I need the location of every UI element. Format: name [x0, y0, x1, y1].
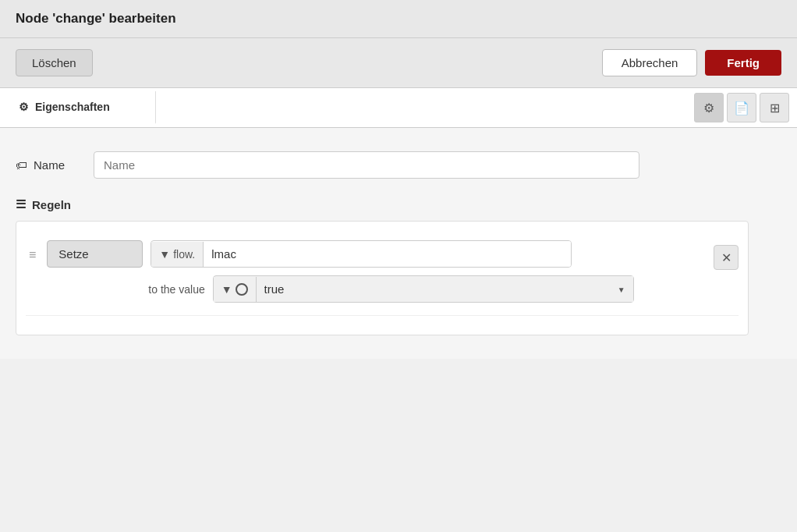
action-select[interactable]: Setze Ändere Lösche Verschiebe	[47, 240, 143, 268]
name-label-text: Name	[34, 158, 65, 172]
flow-prefix-btn[interactable]: ▼ flow.	[151, 242, 204, 267]
list-icon: ☰	[16, 197, 26, 211]
value-input-wrapper: ▼ true false null string ▼	[213, 275, 634, 303]
rule-bottom-row: to the value ▼ true false null string	[47, 275, 706, 303]
tabs-bar: ⚙ Eigenschaften ⚙ 📄 ⊞	[0, 88, 797, 128]
flow-dropdown-icon: ▼	[159, 248, 170, 261]
main-content: 🏷 Name ☰ Regeln ≡ Setze Ändere	[0, 128, 797, 359]
page-title: Node 'change' bearbeiten	[16, 11, 781, 27]
tab-eigenschaften[interactable]: ⚙ Eigenschaften	[0, 91, 156, 124]
rules-container: ≡ Setze Ändere Lösche Verschiebe	[16, 221, 749, 335]
rule-top-row: Setze Ändere Lösche Verschiebe ▼ flow.	[47, 240, 706, 268]
flow-input-wrapper: ▼ flow.	[151, 240, 572, 268]
drag-handle[interactable]: ≡	[26, 240, 39, 270]
flow-prefix-text: flow.	[173, 248, 195, 261]
gear-tab-icon: ⚙	[19, 101, 29, 113]
delete-button[interactable]: Löschen	[16, 49, 93, 76]
flow-value-input[interactable]	[204, 241, 571, 267]
value-select-wrapper: true false null string ▼	[257, 276, 633, 302]
done-button[interactable]: Fertig	[705, 50, 781, 76]
value-dropdown-chevron: ▼	[221, 283, 232, 296]
delete-rule-button[interactable]: ✕	[714, 245, 739, 270]
name-input[interactable]	[94, 151, 639, 179]
to-value-label: to the value	[148, 283, 204, 296]
tab-icons-group: ⚙ 📄 ⊞	[693, 88, 797, 127]
value-select[interactable]: true false null string	[257, 276, 633, 302]
name-field-row: 🏷 Name	[16, 151, 781, 179]
rule-separator	[26, 315, 739, 316]
action-select-wrapper: Setze Ändere Lösche Verschiebe	[47, 240, 143, 268]
regeln-label-text: Regeln	[32, 198, 71, 211]
doc-icon-btn[interactable]: 📄	[727, 93, 756, 122]
gear-icon-btn[interactable]: ⚙	[694, 93, 724, 122]
name-label: 🏷 Name	[16, 158, 78, 172]
rule-row: ≡ Setze Ändere Lösche Verschiebe	[26, 234, 739, 309]
grid-icon-btn[interactable]: ⊞	[760, 93, 789, 122]
tab-label: Eigenschaften	[35, 101, 110, 113]
title-bar: Node 'change' bearbeiten	[0, 0, 797, 38]
toolbar: Löschen Abbrechen Fertig	[0, 38, 797, 88]
regeln-section-label: ☰ Regeln	[16, 197, 781, 211]
value-circle-icon	[236, 283, 248, 296]
cancel-button[interactable]: Abbrechen	[602, 49, 698, 76]
tag-icon: 🏷	[16, 158, 27, 172]
value-prefix-btn[interactable]: ▼	[214, 277, 257, 302]
rule-body: Setze Ändere Lösche Verschiebe ▼ flow.	[47, 240, 706, 303]
close-icon: ✕	[721, 250, 731, 265]
